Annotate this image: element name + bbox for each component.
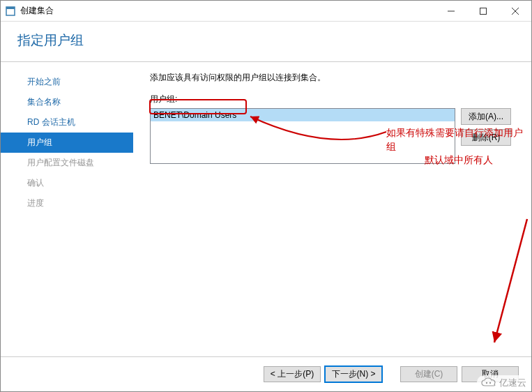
- wizard-header: 指定用户组: [1, 22, 531, 62]
- page-title: 指定用户组: [17, 31, 531, 50]
- step-rd-session-host[interactable]: RD 会话主机: [1, 112, 133, 133]
- step-user-profile-disks: 用户配置文件磁盘: [1, 153, 133, 173]
- next-button[interactable]: 下一步(N) >: [325, 366, 382, 382]
- dialog-window: 创建集合 指定用户组 开始之前 集合名称 RD 会话主机 用户组 用户配置文件磁…: [0, 0, 532, 392]
- step-progress: 进度: [1, 193, 133, 213]
- svg-line-6: [494, 219, 527, 342]
- previous-button[interactable]: < 上一步(P): [264, 366, 321, 382]
- annotation-line1: 如果有特殊需要请自行添加用户组: [386, 126, 531, 153]
- svg-point-8: [489, 382, 491, 383]
- maximize-button[interactable]: [467, 1, 499, 22]
- wizard-body: 开始之前 集合名称 RD 会话主机 用户组 用户配置文件磁盘 确认 进度 添加应…: [1, 62, 531, 356]
- step-confirmation: 确认: [1, 173, 133, 193]
- user-group-item[interactable]: BENET\Domain Users: [151, 109, 455, 121]
- annotation-line2: 默认域中所有人: [386, 153, 531, 167]
- minimize-button[interactable]: [435, 1, 467, 22]
- titlebar: 创建集合: [1, 1, 531, 22]
- svg-rect-1: [6, 7, 15, 9]
- step-collection-name[interactable]: 集合名称: [1, 92, 133, 112]
- window-title: 创建集合: [20, 5, 435, 17]
- app-icon: [5, 6, 16, 17]
- add-button[interactable]: 添加(A)...: [461, 108, 511, 125]
- usergroup-label: 用户组:: [150, 93, 522, 105]
- close-button[interactable]: [499, 1, 531, 22]
- step-sidebar: 开始之前 集合名称 RD 会话主机 用户组 用户配置文件磁盘 确认 进度: [1, 62, 133, 356]
- create-button: 创建(C): [400, 366, 457, 382]
- step-before-begin[interactable]: 开始之前: [1, 72, 133, 92]
- main-panel: 添加应该具有访问权限的用户组以连接到集合。 用户组: BENET\Domain …: [133, 62, 531, 356]
- svg-point-7: [486, 382, 487, 383]
- window-controls: [435, 1, 531, 21]
- wizard-footer: < 上一步(P) 下一步(N) > 创建(C) 取消: [1, 356, 531, 391]
- cloud-icon: [481, 377, 496, 389]
- step-user-groups[interactable]: 用户组: [1, 133, 133, 153]
- watermark-text: 亿速云: [499, 377, 526, 389]
- watermark: 亿速云: [477, 375, 531, 391]
- svg-rect-3: [480, 8, 487, 15]
- annotation-text: 如果有特殊需要请自行添加用户组 默认域中所有人: [386, 126, 531, 167]
- instruction-text: 添加应该具有访问权限的用户组以连接到集合。: [150, 72, 522, 84]
- annotation-arrow-next-icon: [489, 216, 531, 348]
